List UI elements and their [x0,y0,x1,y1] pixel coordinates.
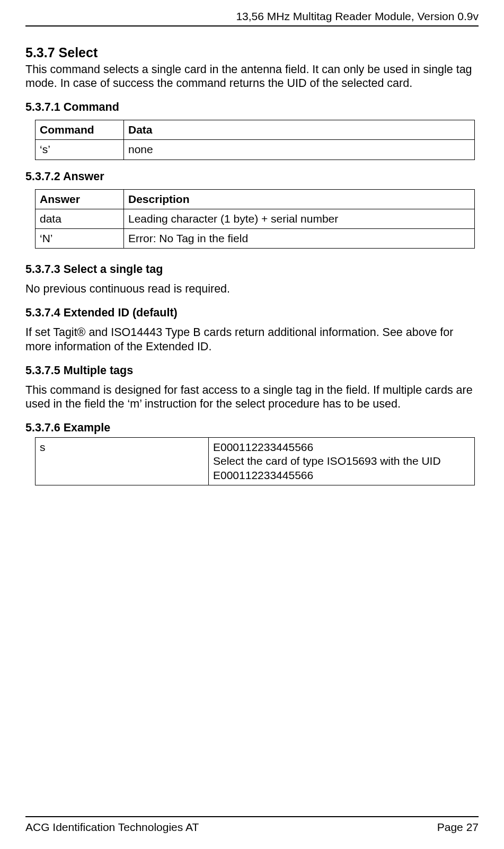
heading-5-3-7-1: 5.3.7.1 Command [25,100,479,114]
heading-5-3-7-6: 5.3.7.6 Example [25,421,479,435]
footer-rule [25,816,479,817]
paragraph-5-3-7-4: If set Tagit® and ISO14443 Type B cards … [25,325,479,354]
footer-left: ACG Identification Technologies AT [25,820,199,834]
table-example: s E000112233445566 Select the card of ty… [35,437,475,485]
footer-right: Page 27 [437,820,479,834]
table-row: s E000112233445566 Select the card of ty… [36,438,475,485]
cell-data: none [124,140,475,160]
table-command: Command Data ‘s’ none [35,120,475,160]
heading-5-3-7-2: 5.3.7.2 Answer [25,170,479,184]
th-description: Description [124,189,475,209]
table-row: Command Data [36,120,475,140]
cell-example-output: E000112233445566 Select the card of type… [209,438,475,485]
cell-example-input: s [36,438,209,485]
example-output-line1: E000112233445566 [213,440,470,454]
page-header-title: 13,56 MHz Multitag Reader Module, Versio… [25,10,479,23]
cell-answer: ‘N’ [36,229,124,249]
cell-answer: data [36,209,124,228]
example-output-line2: Select the card of type ISO15693 with th… [213,454,470,482]
heading-5-3-7-5: 5.3.7.5 Multiple tags [25,364,479,378]
heading-5-3-7-3: 5.3.7.3 Select a single tag [25,262,479,277]
th-command: Command [36,120,124,140]
paragraph-5-3-7-3: No previous continuous read is required. [25,282,479,296]
paragraph-5-3-7-5: This command is designed for fast access… [25,383,479,412]
paragraph-5-3-7-intro: This command selects a single card in th… [25,63,479,91]
cell-command: ‘s’ [36,140,124,160]
cell-description: Leading character (1 byte) + serial numb… [124,209,475,228]
heading-5-3-7: 5.3.7 Select [25,45,479,61]
header-rule [25,25,479,26]
table-row: ‘N’ Error: No Tag in the field [36,229,475,249]
page-footer: ACG Identification Technologies AT Page … [25,816,479,834]
document-page: 13,56 MHz Multitag Reader Module, Versio… [0,0,504,849]
cell-description: Error: No Tag in the field [124,229,475,249]
table-row: data Leading character (1 byte) + serial… [36,209,475,228]
table-answer: Answer Description data Leading characte… [35,189,475,249]
heading-5-3-7-4: 5.3.7.4 Extended ID (default) [25,306,479,320]
th-answer: Answer [36,189,124,209]
table-row: Answer Description [36,189,475,209]
th-data: Data [124,120,475,140]
table-row: ‘s’ none [36,140,475,160]
